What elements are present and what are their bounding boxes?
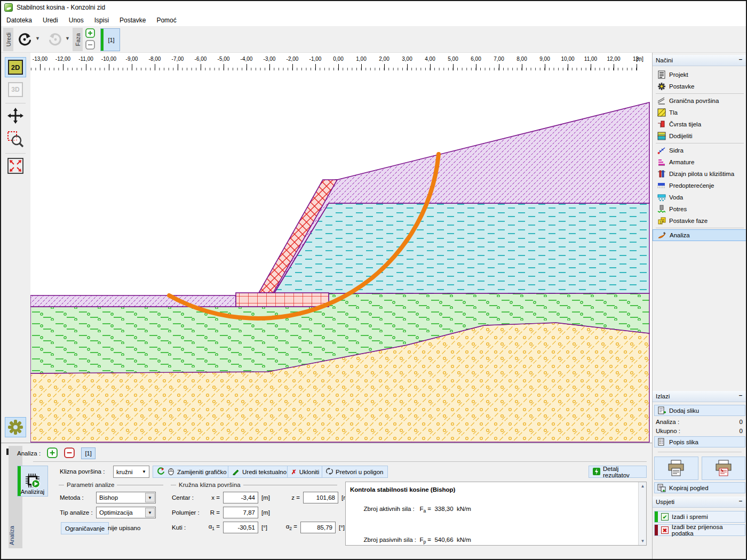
analysis-tab-1[interactable]: [1] [81,447,96,459]
fit-view-icon [7,158,23,174]
alpha2-input[interactable]: 85,79 [300,522,336,533]
metoda-dropdown[interactable]: Bishop ▼ [96,492,156,503]
ruler-label: -11,00 [78,56,93,62]
view-2d-button[interactable]: 2D [5,57,26,77]
uredi-group-handle[interactable]: Uredi [3,28,13,51]
menu-postavke[interactable]: Postavke [114,15,151,26]
menu-ispisi[interactable]: Ispisi [89,15,114,26]
save-and-exit-button[interactable]: ✔ Izađi i spremi [654,511,745,523]
remove-stage-button[interactable] [85,40,95,50]
add-picture-button[interactable]: Dodaj sliku [654,405,745,416]
app-icon [4,3,13,12]
sidebar-item-sidra[interactable]: Sidra [653,145,747,156]
title-bar: Stabilnost kosina - Konzolni zid [1,1,746,14]
undo-button[interactable] [15,29,34,50]
printer-report-icon [714,459,733,477]
circle-group-title: Kružna klizna površina [171,482,337,488]
check-icon: ✔ [661,513,669,521]
undo-dropdown-caret[interactable]: ▼ [35,36,40,41]
convert-to-polygon-button[interactable]: Pretvori u poligon [322,466,388,478]
zoom-icon [7,131,24,148]
menu-uredi[interactable]: Uredi [37,15,63,26]
r-input[interactable]: 7,87 [223,507,258,518]
analiza-count-value: 0 [740,419,743,425]
x-icon: ✗ [291,468,297,476]
replace-graphically-button[interactable]: Zamijeniti grafičko [153,466,231,478]
2d-icon: 2D [8,60,23,75]
redo-dropdown-caret[interactable]: ▼ [65,36,70,41]
settings-gear-button[interactable] [5,417,26,437]
menu-pomoc[interactable]: Pomoć [151,15,181,26]
ruler-label: 6,00 [471,56,481,62]
menu-unos[interactable]: Unos [63,15,89,26]
sidebar-item-projekt[interactable]: Projekt [653,69,747,81]
fit-view-button[interactable] [5,156,26,176]
add-analysis-button[interactable] [47,447,58,459]
faza-group-handle[interactable]: Faza [73,28,83,51]
sidebar-item-postavke[interactable]: Postavke [653,81,747,92]
soil-icon [657,108,666,117]
sidebar-item-armature[interactable]: Armature [653,156,747,168]
scroll-down-icon[interactable]: ▼ [639,537,647,545]
ruler-label: 8,00 [516,56,527,62]
exit-minimize-button[interactable]: – [737,498,744,506]
soil-layer-cyan [274,203,649,293]
ruler-label: 10,00 [561,56,574,62]
sidebar-item-cvrsta-tijela[interactable]: Čvrsta tijela [653,118,747,130]
exit-without-save-button[interactable]: ✖ Izađi bez prijenosa podatka [654,524,745,536]
svg-text:2: 2 [662,219,664,222]
print-report-button[interactable] [702,457,746,480]
drawing-canvas[interactable] [30,74,651,443]
sidebar-item-voda[interactable]: Voda [653,191,747,203]
remove-button[interactable]: ✗ Ukloniti [287,466,323,478]
picture-list-button[interactable]: Popis slika [654,436,745,447]
chip-icon [25,473,41,489]
gear-icon [7,419,24,436]
view-3d-button[interactable]: 3D [5,79,26,100]
add-picture-icon [657,406,666,415]
anchor-icon [657,146,666,155]
add-stage-button[interactable] [85,28,95,38]
sidebar-item-granicna-povrsina[interactable]: Granična površina [653,95,747,107]
document-icon [657,70,666,79]
sidebar-item-potres[interactable]: Potres [653,203,747,215]
sidebar-item-analiza[interactable]: Analiza [653,229,747,241]
scroll-up-icon[interactable]: ▲ [639,482,647,490]
remove-analysis-button[interactable] [64,447,75,459]
ruler-label: -13,00 [33,56,47,62]
result-details-button[interactable]: Detalj rezultatov [589,466,647,478]
sidebar-item-predopterecenje[interactable]: Predopterećenje [653,180,747,191]
ruler-label: -12,00 [55,56,70,62]
alpha1-input[interactable]: -30,51 [223,522,258,533]
edit-textually-button[interactable]: Uredi tekstualno [228,466,291,478]
x-input[interactable]: -3,44 [223,492,258,503]
app-window: Stabilnost kosina - Konzolni zid Datotek… [0,0,747,560]
menu-bar: Datoteka Uredi Unos Ispisi Postavke Pomo… [1,14,746,26]
slip-surface-dropdown[interactable]: kružni ▼ [113,466,149,478]
ukupno-count-label: Ukupno : [656,428,680,434]
pan-button[interactable] [5,106,26,126]
sidebar-item-tla[interactable]: Tla [653,107,747,118]
copy-view-button[interactable]: Kopiraj pogled [654,482,745,493]
tip-analize-dropdown[interactable]: Optimizacija ▼ [96,507,156,518]
menu-datoteka[interactable]: Datoteka [1,15,37,26]
metoda-row: Metoda : Bishop ▼ [60,492,156,503]
results-scrollbar[interactable]: ▲ ▼ [638,482,646,545]
sidebar-item-postavke-faze[interactable]: 21 Postavke faze [653,215,747,227]
zoom-button[interactable] [5,129,26,149]
stage-tab-1[interactable]: [1] [100,28,120,51]
ogranicavanje-button[interactable]: Ograničavanje [61,522,109,534]
z-input[interactable]: 101,68 [303,492,338,503]
analiza-row-label: Analiza : [17,450,41,457]
sidebar-item-dodijeliti[interactable]: Dodijeliti [653,130,747,142]
outputs-minimize-button[interactable]: – [737,393,744,400]
sidebar-item-dizajn-pilota[interactable]: Dizajn pilota u klizištima [653,168,747,180]
analyze-button[interactable]: Analiziraj [17,466,48,497]
modes-minimize-button[interactable]: – [737,57,744,64]
analiza-vertical-tab[interactable]: Analiza [9,446,22,548]
redo-button[interactable] [46,29,65,50]
gear-icon [657,82,666,91]
print-button[interactable] [654,457,698,480]
modes-header: Načini – [653,55,747,66]
result-line: Zbroj aktivnih sila : Fa = 338,30 kN/m [350,494,635,525]
